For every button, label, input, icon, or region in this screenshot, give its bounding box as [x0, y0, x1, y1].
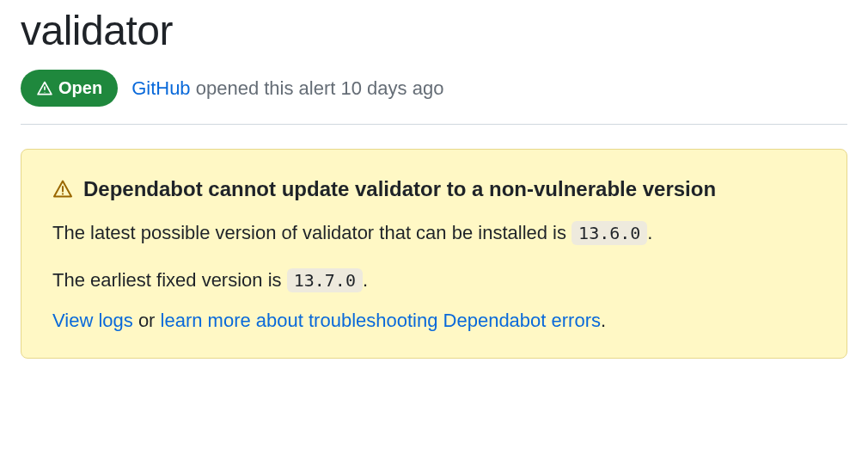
status-row: Open GitHub opened this alert 10 days ag… [21, 70, 847, 125]
page-title: validator [21, 7, 847, 54]
alert-links: View logs or learn more about troublesho… [52, 310, 816, 332]
status-meta: GitHub opened this alert 10 days ago [131, 77, 443, 100]
alert-line-1: The latest possible version of validator… [52, 218, 816, 247]
svg-point-3 [62, 193, 64, 194]
latest-version-code: 13.6.0 [572, 221, 647, 245]
alert-line2-prefix: The earliest fixed version is [52, 269, 287, 291]
view-logs-link[interactable]: View logs [52, 310, 133, 331]
alert-line1-suffix: . [647, 222, 652, 243]
status-meta-text: opened this alert 10 days ago [191, 77, 444, 99]
or-text: or [133, 310, 161, 331]
dependabot-alert-box: Dependabot cannot update validator to a … [21, 149, 847, 359]
alert-line1-prefix: The latest possible version of validator… [52, 222, 572, 243]
alert-title: Dependabot cannot update validator to a … [83, 177, 716, 201]
learn-more-link[interactable]: learn more about troubleshooting Dependa… [161, 310, 601, 331]
opener-link[interactable]: GitHub [131, 77, 190, 99]
open-badge: Open [21, 70, 118, 107]
alert-header: Dependabot cannot update validator to a … [52, 177, 816, 201]
alert-triangle-icon [36, 80, 53, 97]
warning-triangle-icon [52, 179, 73, 200]
alert-line-2: The earliest fixed version is 13.7.0. [52, 266, 816, 294]
alert-links-trailing: . [601, 310, 606, 331]
svg-point-1 [45, 91, 46, 92]
fixed-version-code: 13.7.0 [287, 268, 363, 292]
alert-line2-suffix: . [363, 269, 368, 291]
badge-label: Open [58, 78, 102, 98]
alert-body: The latest possible version of validator… [52, 218, 816, 332]
